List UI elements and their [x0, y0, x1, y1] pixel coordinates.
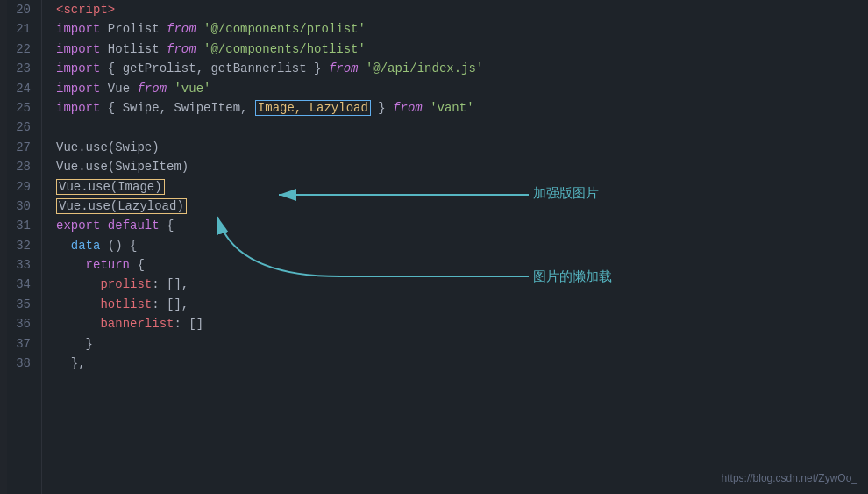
- code-line-25: import { Swipe, SwipeItem, Image, Lazylo…: [56, 98, 868, 118]
- line-num-23: 23: [14, 59, 31, 78]
- line-num-21: 21: [14, 19, 31, 39]
- line-num-37: 37: [14, 334, 31, 354]
- line-num-31: 31: [14, 216, 31, 235]
- line-num-33: 33: [14, 255, 31, 275]
- code-line-38: },: [56, 354, 868, 373]
- highlight-vue-lazyload: Vue.use(Lazyload): [56, 198, 187, 214]
- line-num-20: 20: [14, 0, 31, 19]
- code-line-21: import Prolist from '@/components/prolis…: [56, 19, 868, 39]
- code-line-37: }: [56, 334, 868, 354]
- line-num-24: 24: [14, 79, 31, 98]
- left-sidebar-bar: [0, 0, 7, 494]
- line-num-29: 29: [14, 177, 31, 197]
- highlight-vue-image: Vue.use(Image): [56, 179, 165, 195]
- code-line-24: import Vue from 'vue': [56, 79, 868, 98]
- code-line-31: export default {: [56, 216, 868, 235]
- line-num-36: 36: [14, 314, 31, 333]
- line-num-30: 30: [14, 197, 31, 216]
- line-num-25: 25: [14, 98, 31, 118]
- code-line-32: data () {: [56, 236, 868, 255]
- code-content: <script> import Prolist from '@/componen…: [42, 0, 868, 494]
- code-line-26: [56, 118, 868, 137]
- code-line-36: bannerlist: []: [56, 314, 868, 333]
- line-numbers: 20 21 22 23 24 25 26 27 28 29 30 31 32 3…: [7, 0, 42, 494]
- line-num-28: 28: [14, 157, 31, 176]
- code-line-22: import Hotlist from '@/components/hotlis…: [56, 39, 868, 59]
- code-line-34: prolist: [],: [56, 275, 868, 294]
- line-num-35: 35: [14, 295, 31, 314]
- line-num-27: 27: [14, 138, 31, 157]
- line-num-22: 22: [14, 39, 31, 59]
- code-line-27: Vue.use(Swipe): [56, 138, 868, 157]
- code-line-33: return {: [56, 255, 868, 275]
- code-line-23: import { getProlist, getBannerlist } fro…: [56, 59, 868, 78]
- line-num-32: 32: [14, 236, 31, 255]
- code-line-20: <script>: [56, 0, 868, 19]
- code-line-30: Vue.use(Lazyload): [56, 197, 868, 216]
- highlight-image-lazyload: Image, Lazyload: [255, 100, 371, 116]
- line-num-26: 26: [14, 118, 31, 137]
- line-num-34: 34: [14, 275, 31, 294]
- code-line-28: Vue.use(SwipeItem): [56, 157, 868, 176]
- code-editor: 20 21 22 23 24 25 26 27 28 29 30 31 32 3…: [0, 0, 868, 494]
- line-num-38: 38: [14, 354, 31, 373]
- code-line-35: hotlist: [],: [56, 295, 868, 314]
- script-tag: <script>: [56, 3, 115, 17]
- code-line-29: Vue.use(Image): [56, 177, 868, 197]
- watermark: https://blog.csdn.net/ZywOo_: [722, 470, 857, 487]
